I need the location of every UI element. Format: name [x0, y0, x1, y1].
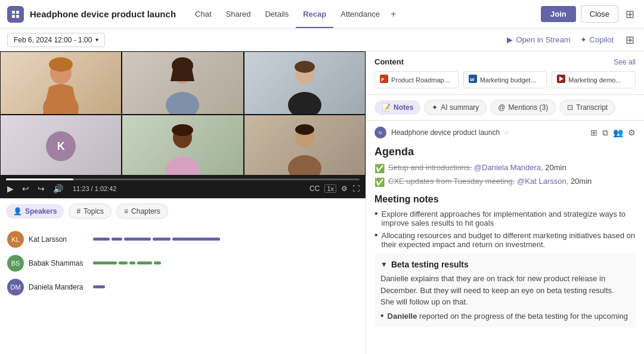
- captions-button[interactable]: CC: [309, 184, 320, 193]
- tab-transcript[interactable]: ⊡ Transcript: [559, 100, 615, 115]
- content-header: Content See all: [374, 57, 636, 66]
- copilot-button[interactable]: ✦ Copilot: [580, 35, 614, 44]
- meeting-notes-heading: Meeting notes: [374, 194, 636, 205]
- volume-button[interactable]: 🔊: [52, 183, 64, 195]
- list-item: BS Babak Shammas: [0, 251, 366, 275]
- svg-text:W: W: [470, 77, 475, 82]
- svg-rect-1: [16, 11, 19, 14]
- avatar: DM: [7, 279, 24, 295]
- agenda-item-1: ✅ Setup and introductions, @Daniela Mand…: [374, 163, 636, 173]
- svg-rect-3: [16, 15, 19, 18]
- file-name: Marketing budget...: [480, 76, 536, 84]
- svg-point-6: [49, 57, 73, 72]
- beta-bullet: • Danielle reported on the progress of t…: [380, 312, 630, 321]
- progress-bar[interactable]: [6, 178, 360, 180]
- agenda-text: Setup and introductions, @Daniela Mander…: [388, 163, 566, 172]
- play-button[interactable]: ▶: [6, 183, 15, 195]
- settings-icon[interactable]: ⊞: [623, 5, 637, 23]
- avatar: BS: [7, 255, 24, 272]
- see-all-button[interactable]: See all: [614, 58, 636, 66]
- powerpoint-icon: P: [380, 75, 388, 85]
- copy-icon[interactable]: ⧉: [602, 128, 608, 138]
- avatar-initials: KL: [11, 236, 19, 243]
- chapters-tab[interactable]: ≡ Chapters: [116, 204, 168, 219]
- bullet-icon: •: [374, 230, 378, 241]
- progress-fill: [6, 178, 73, 180]
- people-icon[interactable]: 👥: [613, 128, 623, 138]
- controls-right: CC 1x ⚙ ⛶: [309, 184, 360, 193]
- tab-mentions[interactable]: @ Mentions (3): [490, 100, 556, 115]
- collapse-icon[interactable]: ▼: [380, 260, 388, 269]
- speaker-bars: [93, 285, 358, 288]
- svg-point-15: [172, 124, 193, 136]
- ai-icon: ✦: [432, 103, 438, 112]
- main-layout: K: [0, 51, 644, 354]
- expand-icon[interactable]: ⊞: [623, 31, 637, 49]
- file-name: Product Roadmap...: [391, 76, 450, 84]
- file-item-ppt[interactable]: P Product Roadmap...: [374, 71, 459, 88]
- tab-chat[interactable]: Chat: [188, 1, 218, 28]
- settings-button[interactable]: ⚙: [341, 184, 348, 193]
- bullet-icon: •: [374, 208, 378, 219]
- notes-content: N Headphone device product launch ○ ⊞ ⧉ …: [366, 121, 644, 354]
- skip-forward-button[interactable]: ↪: [36, 183, 46, 195]
- file-item-video[interactable]: Marketing demo...: [552, 71, 636, 88]
- header: Headphone device product launch Chat Sha…: [0, 0, 644, 29]
- notes-tab-icon: 📝: [382, 103, 391, 112]
- header-tabs: Chat Shared Details Recap Attendance +: [188, 1, 541, 28]
- video-cell-2: [122, 51, 243, 115]
- left-panel: K: [0, 51, 366, 354]
- chevron-down-icon: ▾: [95, 36, 98, 43]
- video-cell-6: [244, 115, 366, 175]
- video-cell-4: K: [0, 115, 122, 175]
- join-button[interactable]: Join: [541, 6, 576, 22]
- tab-notes[interactable]: 📝 Notes: [374, 100, 420, 115]
- topics-tab[interactable]: # Topics: [69, 204, 112, 219]
- agenda-item-2: ✅ CXE updates from Tuesday meeting, @Kat…: [374, 177, 636, 187]
- video-grid: K: [0, 51, 366, 175]
- beta-text: Danielle explains that they are on track…: [380, 273, 630, 308]
- video-cell-1: [0, 51, 122, 115]
- tab-ai-summary[interactable]: ✦ AI summary: [424, 100, 487, 115]
- list-item: KL Kat Larsson: [0, 227, 366, 251]
- add-tab-button[interactable]: +: [387, 1, 400, 28]
- beta-section: ▼ Beta testing results Danielle explains…: [374, 254, 636, 327]
- svg-point-8: [166, 92, 199, 115]
- avatar-initials: DM: [10, 284, 20, 291]
- grid-icon[interactable]: ⊞: [590, 128, 597, 138]
- tab-shared[interactable]: Shared: [219, 1, 258, 28]
- copilot-icon: ✦: [580, 35, 587, 44]
- agenda-text: CXE updates from Tuesday meeting, @Kat L…: [388, 177, 592, 186]
- tab-attendance[interactable]: Attendance: [333, 1, 387, 28]
- tab-details[interactable]: Details: [258, 1, 296, 28]
- speaker-name: Kat Larsson: [29, 235, 88, 244]
- hashtag-icon: #: [76, 207, 80, 216]
- time-display: 11:23 / 1:02:42: [73, 185, 116, 192]
- speaker-list: KL Kat Larsson BS Babak Shammas: [0, 224, 366, 355]
- speaker-bars: [93, 261, 358, 264]
- file-name: Marketing demo...: [568, 76, 621, 84]
- close-button[interactable]: Close: [581, 5, 618, 23]
- speakers-tab[interactable]: 👤 Speakers: [6, 204, 64, 218]
- header-actions: Join Close ⊞: [541, 5, 637, 23]
- bullet-icon: •: [380, 310, 384, 321]
- doc-status: ○: [504, 128, 509, 137]
- speed-button[interactable]: 1x: [324, 184, 336, 193]
- avatar-initials: BS: [11, 260, 20, 267]
- svg-point-18: [295, 124, 314, 135]
- list-icon: ≡: [124, 207, 128, 216]
- notes-doc-header: N Headphone device product launch ○ ⊞ ⧉ …: [374, 127, 636, 138]
- tab-recap[interactable]: Recap: [296, 1, 333, 28]
- check-icon: ✅: [374, 177, 385, 187]
- skip-back-button[interactable]: ↩: [21, 183, 30, 195]
- content-title: Content: [374, 57, 404, 66]
- fullscreen-button[interactable]: ⛶: [352, 184, 360, 193]
- meeting-title: Headphone device product launch: [30, 9, 176, 19]
- doc-actions: ⊞ ⧉ 👥 ⚙: [590, 128, 636, 138]
- controls-row: ▶ ↩ ↪ 🔊 11:23 / 1:02:42 CC 1x ⚙ ⛶: [6, 183, 360, 195]
- open-in-stream-button[interactable]: ▶ Open in Stream: [507, 35, 570, 44]
- date-selector[interactable]: Feb 6, 2024 12:00 - 1:00 ▾: [7, 33, 105, 47]
- file-item-word[interactable]: W Marketing budget...: [463, 71, 547, 88]
- video-controls: ▶ ↩ ↪ 🔊 11:23 / 1:02:42 CC 1x ⚙ ⛶: [0, 175, 366, 198]
- settings-icon[interactable]: ⚙: [628, 128, 636, 138]
